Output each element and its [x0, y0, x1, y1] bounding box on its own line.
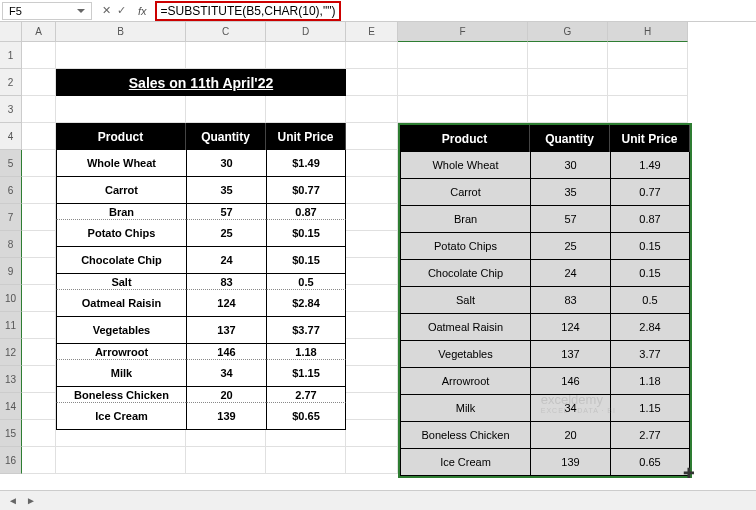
- cell[interactable]: [266, 447, 346, 474]
- col-header-A[interactable]: A: [22, 22, 56, 42]
- cell[interactable]: [398, 42, 528, 69]
- cancel-icon[interactable]: ✕: [102, 4, 111, 17]
- table-cell[interactable]: Boneless Chicken: [400, 422, 530, 449]
- tab-nav-prev-icon[interactable]: ◄: [8, 495, 18, 506]
- name-box[interactable]: F5: [2, 2, 92, 20]
- table-row[interactable]: Potato Chips25$0.15: [56, 220, 346, 247]
- cell[interactable]: [56, 96, 186, 123]
- table-cell[interactable]: Bran: [400, 206, 530, 233]
- cell[interactable]: [22, 204, 56, 231]
- cell[interactable]: [22, 285, 56, 312]
- table-row[interactable]: Milk341.15: [400, 395, 690, 422]
- table-cell[interactable]: 2.84: [610, 314, 690, 341]
- table-cell[interactable]: 35: [186, 177, 266, 204]
- row-header-13[interactable]: 13: [0, 366, 22, 393]
- cell[interactable]: [528, 69, 608, 96]
- cell[interactable]: [346, 339, 398, 366]
- table-cell[interactable]: Milk: [56, 360, 186, 387]
- cell[interactable]: [22, 258, 56, 285]
- cell[interactable]: [608, 42, 688, 69]
- table-cell[interactable]: 0.87: [266, 204, 346, 220]
- row-header-1[interactable]: 1: [0, 42, 22, 69]
- table-cell[interactable]: Carrot: [400, 179, 530, 206]
- table-cell[interactable]: Salt: [56, 274, 186, 290]
- fill-handle-icon[interactable]: ✚: [683, 465, 695, 481]
- row-header-11[interactable]: 11: [0, 312, 22, 339]
- cell[interactable]: [56, 447, 186, 474]
- table-row[interactable]: Chocolate Chip240.15: [400, 260, 690, 287]
- table-cell[interactable]: $0.77: [266, 177, 346, 204]
- cell[interactable]: [22, 393, 56, 420]
- table-cell[interactable]: 0.15: [610, 233, 690, 260]
- table-cell[interactable]: 146: [186, 344, 266, 360]
- cell[interactable]: [22, 123, 56, 150]
- table-cell[interactable]: 0.87: [610, 206, 690, 233]
- table-cell[interactable]: 0.77: [610, 179, 690, 206]
- table-cell[interactable]: 0.5: [610, 287, 690, 314]
- table-cell[interactable]: 139: [186, 403, 266, 430]
- table-row[interactable]: Salt830.5: [56, 274, 346, 290]
- table-cell[interactable]: 83: [530, 287, 610, 314]
- table-cell[interactable]: 30: [186, 150, 266, 177]
- table-cell[interactable]: Bran: [56, 204, 186, 220]
- table-cell[interactable]: 34: [530, 395, 610, 422]
- table-cell[interactable]: Whole Wheat: [56, 150, 186, 177]
- table-cell[interactable]: 1.18: [266, 344, 346, 360]
- cell[interactable]: [346, 204, 398, 231]
- table-cell[interactable]: 34: [186, 360, 266, 387]
- col-header-C[interactable]: C: [186, 22, 266, 42]
- cell-area[interactable]: Sales on 11th April'22 Product Quantity …: [22, 42, 756, 474]
- table-row[interactable]: Ice Cream139$0.65: [56, 403, 346, 430]
- table-row[interactable]: Whole Wheat301.49: [400, 152, 690, 179]
- cell[interactable]: [346, 258, 398, 285]
- cell[interactable]: [22, 150, 56, 177]
- cell[interactable]: [346, 69, 398, 96]
- table-cell[interactable]: 1.49: [610, 152, 690, 179]
- cell[interactable]: [346, 447, 398, 474]
- cell[interactable]: [346, 96, 398, 123]
- sheet-tab-bar[interactable]: ◄ ►: [0, 490, 756, 510]
- fx-label[interactable]: fx: [134, 5, 151, 17]
- cell[interactable]: [346, 123, 398, 150]
- col-header-B[interactable]: B: [56, 22, 186, 42]
- table-cell[interactable]: $1.15: [266, 360, 346, 387]
- row-header-8[interactable]: 8: [0, 231, 22, 258]
- table-cell[interactable]: Chocolate Chip: [56, 247, 186, 274]
- row-header-14[interactable]: 14: [0, 393, 22, 420]
- confirm-icon[interactable]: ✓: [117, 4, 126, 17]
- cell[interactable]: [22, 312, 56, 339]
- tab-nav-next-icon[interactable]: ►: [26, 495, 36, 506]
- table-cell[interactable]: Ice Cream: [56, 403, 186, 430]
- cell[interactable]: [346, 150, 398, 177]
- cell[interactable]: [186, 96, 266, 123]
- table-cell[interactable]: 57: [530, 206, 610, 233]
- row-header-12[interactable]: 12: [0, 339, 22, 366]
- name-box-dropdown-icon[interactable]: [77, 9, 85, 13]
- table-cell[interactable]: 24: [530, 260, 610, 287]
- col-header-G[interactable]: G: [528, 22, 608, 42]
- table-cell[interactable]: Chocolate Chip: [400, 260, 530, 287]
- table-cell[interactable]: 57: [186, 204, 266, 220]
- table-cell[interactable]: Oatmeal Raisin: [56, 290, 186, 317]
- select-all-corner[interactable]: [0, 22, 22, 42]
- cell[interactable]: [346, 42, 398, 69]
- table-cell[interactable]: $3.77: [266, 317, 346, 344]
- cell[interactable]: [608, 96, 688, 123]
- cell[interactable]: [186, 42, 266, 69]
- table-cell[interactable]: Ice Cream: [400, 449, 530, 476]
- table-cell[interactable]: Milk: [400, 395, 530, 422]
- row-header-15[interactable]: 15: [0, 420, 22, 447]
- table-cell[interactable]: 124: [186, 290, 266, 317]
- table-row[interactable]: Oatmeal Raisin124$2.84: [56, 290, 346, 317]
- cell[interactable]: [346, 393, 398, 420]
- table-cell[interactable]: 25: [186, 220, 266, 247]
- cell[interactable]: [22, 420, 56, 447]
- table-cell[interactable]: 20: [530, 422, 610, 449]
- table-cell[interactable]: Arrowroot: [56, 344, 186, 360]
- cell[interactable]: [608, 69, 688, 96]
- table-row[interactable]: Milk34$1.15: [56, 360, 346, 387]
- table-cell[interactable]: Potato Chips: [400, 233, 530, 260]
- row-header-3[interactable]: 3: [0, 96, 22, 123]
- col-header-H[interactable]: H: [608, 22, 688, 42]
- table-cell[interactable]: $0.65: [266, 403, 346, 430]
